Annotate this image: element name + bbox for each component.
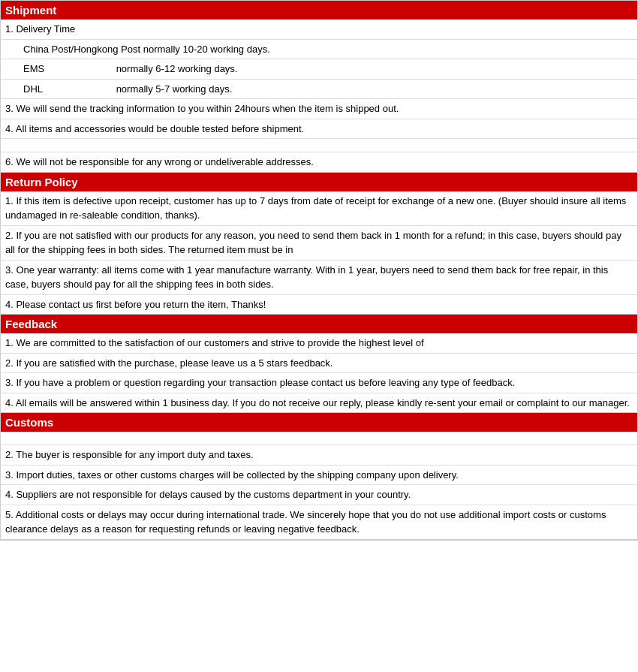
feedback-row3: 3. If you have a problem or question reg… [1, 373, 637, 393]
shipment-section: 1. Delivery Time China Post/Hongkong Pos… [1, 20, 637, 173]
shipment-header: Shipment [1, 1, 637, 20]
feedback-row1: 1. We are committed to the satisfaction … [1, 333, 637, 354]
return-row2: 2. If you are not satisfied with our pro… [1, 226, 637, 261]
dhl-label: DHL [23, 82, 113, 97]
shipment-row3: 3. We will send the tracking information… [1, 99, 637, 119]
ems-label: EMS [23, 62, 113, 77]
china-post-row: China Post/Hongkong Post normally 10-20 … [1, 40, 637, 60]
customs-row3: 3. Import duties, taxes or other customs… [1, 466, 637, 486]
return-policy-section: 1. If this item is defective upon receip… [1, 191, 637, 315]
customs-row5: 5. Additional costs or delays may occur … [1, 505, 637, 539]
return-policy-header: Return Policy [1, 173, 637, 191]
customs-header: Customs [1, 413, 637, 432]
dhl-row: DHL normally 5-7 working days. [1, 80, 637, 100]
ems-value: normally 6-12 working days. [116, 63, 238, 74]
customs-row4: 4. Suppliers are not responsible for del… [1, 485, 637, 505]
feedback-section: 1. We are committed to the satisfaction … [1, 333, 637, 413]
page-wrapper: Shipment 1. Delivery Time China Post/Hon… [0, 0, 638, 541]
return-row3: 3. One year warranty: all items come wit… [1, 261, 637, 295]
feedback-row4: 4. All emails will be answered within 1 … [1, 393, 637, 413]
shipment-row6: 6. We will not be responsible for any wr… [1, 152, 637, 172]
ems-row: EMS normally 6-12 working days. [1, 59, 637, 80]
feedback-header: Feedback [1, 315, 637, 333]
shipment-empty-row [1, 139, 637, 152]
delivery-time-label: 1. Delivery Time [1, 20, 637, 40]
return-row1: 1. If this item is defective upon receip… [1, 191, 637, 226]
customs-section: 2. The buyer is responsible for any impo… [1, 432, 637, 540]
dhl-value: normally 5-7 working days. [116, 83, 233, 95]
shipment-row4: 4. All items and accessories would be do… [1, 119, 637, 140]
customs-empty-row [1, 432, 637, 445]
return-row4: 4. Please contact us first before you re… [1, 295, 637, 315]
feedback-row2: 2. If you are satisfied with the purchas… [1, 354, 637, 374]
customs-row2: 2. The buyer is responsible for any impo… [1, 445, 637, 466]
